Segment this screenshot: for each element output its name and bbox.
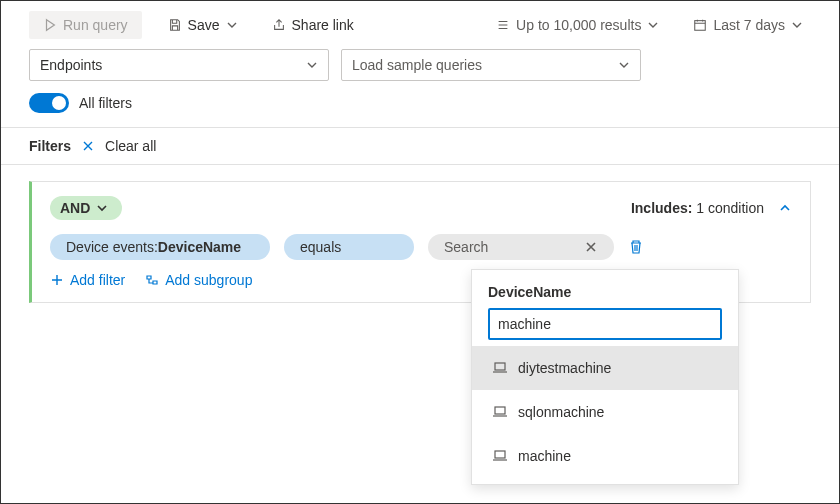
save-icon	[168, 18, 182, 32]
save-button[interactable]: Save	[160, 13, 246, 37]
add-filter-button[interactable]: Add filter	[50, 272, 125, 288]
plus-icon	[50, 273, 64, 287]
svg-rect-2	[495, 407, 505, 414]
add-subgroup-button[interactable]: Add subgroup	[145, 272, 252, 288]
list-icon	[496, 18, 510, 32]
all-filters-label: All filters	[79, 95, 132, 111]
devicename-popover: DeviceName diytestmachine sqlonmachine m…	[471, 269, 739, 485]
endpoints-label: Endpoints	[40, 57, 102, 73]
chevron-down-icon	[791, 19, 803, 31]
chevron-down-icon	[96, 202, 108, 214]
subgroup-icon	[145, 273, 159, 287]
popover-title: DeviceName	[472, 284, 738, 308]
all-filters-row: All filters	[1, 93, 839, 127]
endpoints-select[interactable]: Endpoints	[29, 49, 329, 81]
option-machine[interactable]: machine	[472, 434, 738, 478]
clear-all-button[interactable]: Clear all	[105, 138, 156, 154]
laptop-icon	[492, 360, 508, 376]
close-icon[interactable]	[81, 139, 95, 153]
collapse-icon[interactable]	[778, 201, 792, 215]
operator-pill[interactable]: equals	[284, 234, 414, 260]
chevron-down-icon	[618, 59, 630, 71]
svg-rect-1	[495, 363, 505, 370]
share-label: Share link	[292, 17, 354, 33]
laptop-icon	[492, 448, 508, 464]
filters-header: Filters Clear all	[1, 127, 839, 165]
sample-label: Load sample queries	[352, 57, 482, 73]
results-label: Up to 10,000 results	[516, 17, 641, 33]
chevron-down-icon	[647, 19, 659, 31]
filters-title: Filters	[29, 138, 71, 154]
svg-rect-0	[695, 21, 706, 31]
option-diytestmachine[interactable]: diytestmachine	[472, 346, 738, 390]
field-pill[interactable]: Device events: DeviceName	[50, 234, 270, 260]
clear-value-icon[interactable]	[584, 240, 598, 254]
devicename-search-input[interactable]	[488, 308, 722, 340]
value-search-pill[interactable]: Search	[428, 234, 614, 260]
option-sqlonmachine[interactable]: sqlonmachine	[472, 390, 738, 434]
svg-rect-3	[495, 451, 505, 458]
delete-condition-icon[interactable]	[628, 239, 644, 255]
run-query-button[interactable]: Run query	[29, 11, 142, 39]
chevron-down-icon	[306, 59, 318, 71]
calendar-icon	[693, 18, 707, 32]
save-label: Save	[188, 17, 220, 33]
selects-row: Endpoints Load sample queries	[1, 49, 839, 93]
condition-row: Device events: DeviceName equals Search	[50, 234, 792, 260]
timerange-button[interactable]: Last 7 days	[685, 13, 811, 37]
share-icon	[272, 18, 286, 32]
share-link-button[interactable]: Share link	[264, 13, 362, 37]
laptop-icon	[492, 404, 508, 420]
results-limit-button[interactable]: Up to 10,000 results	[488, 13, 667, 37]
run-query-label: Run query	[63, 17, 128, 33]
sample-queries-select[interactable]: Load sample queries	[341, 49, 641, 81]
search-placeholder: Search	[444, 239, 488, 255]
card-header: AND Includes: 1 condition	[50, 196, 792, 220]
timerange-label: Last 7 days	[713, 17, 785, 33]
play-icon	[43, 18, 57, 32]
app-root: Run query Save Share link Up to 10,000 r…	[0, 0, 840, 504]
toolbar: Run query Save Share link Up to 10,000 r…	[1, 1, 839, 49]
includes-summary: Includes: 1 condition	[631, 200, 792, 216]
and-operator-pill[interactable]: AND	[50, 196, 122, 220]
chevron-down-icon	[226, 19, 238, 31]
and-label: AND	[60, 200, 90, 216]
all-filters-toggle[interactable]	[29, 93, 69, 113]
